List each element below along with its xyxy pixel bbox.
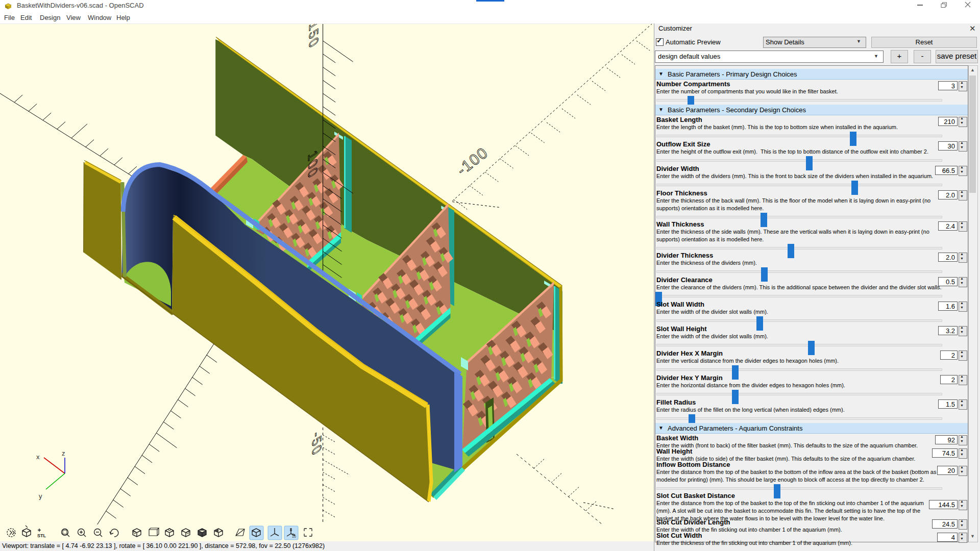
svg-text:z: z xyxy=(62,449,65,457)
svg-text:x: x xyxy=(36,453,40,461)
svg-text:-100: -100 xyxy=(453,144,491,179)
svg-text:STL: STL xyxy=(37,533,46,538)
svg-text:y: y xyxy=(39,492,42,500)
svg-text:-50: -50 xyxy=(310,427,324,459)
svg-text:10: 10 xyxy=(292,535,296,538)
svg-text:150: 150 xyxy=(307,23,321,52)
